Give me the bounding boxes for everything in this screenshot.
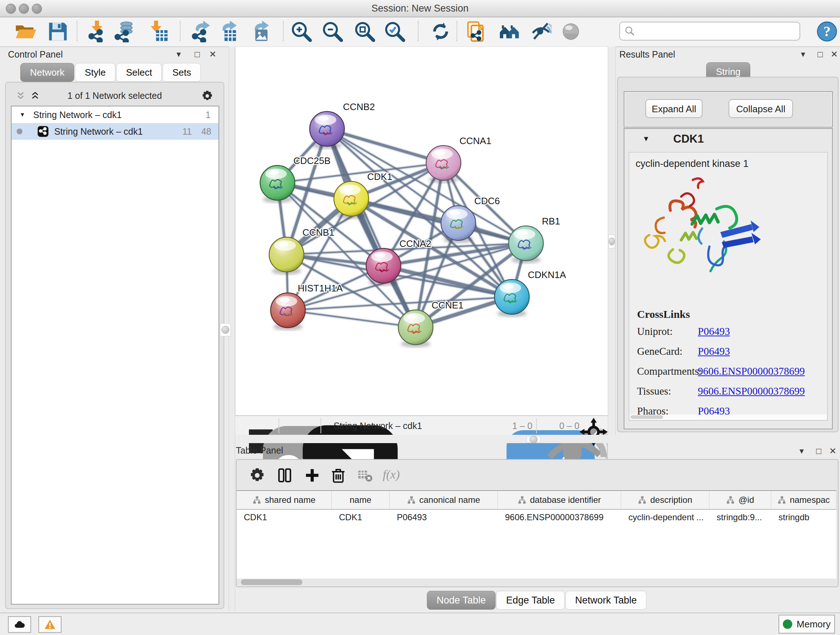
panel-menu-icon[interactable]: ▼ bbox=[798, 443, 805, 459]
column-header-name[interactable]: name bbox=[332, 491, 390, 509]
show-graphics-details-icon[interactable] bbox=[560, 21, 582, 42]
network-canvas[interactable]: CCNB2CCNA1CDC25BCDK1CDC6RB1CCNB1CCNA2CDK… bbox=[235, 46, 608, 416]
panel-close-icon[interactable]: ✕ bbox=[209, 46, 216, 62]
tab-select[interactable]: Select bbox=[116, 63, 162, 82]
right-splitter-handle[interactable] bbox=[608, 234, 615, 249]
delete-column-icon[interactable] bbox=[330, 467, 347, 484]
tab-node-table[interactable]: Node Table bbox=[427, 591, 496, 610]
zoom-out-icon[interactable] bbox=[322, 21, 343, 42]
network-status-dot bbox=[17, 128, 22, 134]
zoom-fit-icon[interactable] bbox=[354, 21, 376, 42]
table-options-gear-icon[interactable] bbox=[249, 467, 265, 484]
network-graph[interactable]: CCNB2CCNA1CDC25BCDK1CDC6RB1CCNB1CCNA2CDK… bbox=[235, 47, 608, 416]
search-icon bbox=[624, 26, 635, 36]
network-label: String Network – cdk1 bbox=[54, 126, 143, 137]
network-edge-CCNE1-HIST1H1A[interactable] bbox=[288, 310, 416, 327]
table-cell[interactable]: 9606.ENSP00000378699 bbox=[498, 510, 621, 525]
column-header-@id[interactable]: @id bbox=[709, 491, 771, 509]
crosslink-link[interactable]: 9606.ENSP00000378699 bbox=[698, 385, 805, 397]
network-collection-row[interactable]: ▼ String Network – cdk1 1 bbox=[11, 106, 218, 123]
table-cell[interactable]: cyclin-dependent ... bbox=[621, 510, 709, 525]
zoom-in-icon[interactable] bbox=[291, 21, 312, 42]
column-header-database-identifier[interactable]: database identifier bbox=[498, 491, 621, 509]
column-header-canonical-name[interactable]: canonical name bbox=[390, 491, 498, 509]
panel-menu-icon[interactable]: ▼ bbox=[799, 46, 807, 62]
zoom-selected-icon[interactable] bbox=[384, 21, 406, 42]
left-splitter-handle[interactable] bbox=[220, 323, 231, 336]
crosslink-row: Uniprot:P06493 bbox=[637, 325, 805, 337]
tab-edge-table[interactable]: Edge Table bbox=[496, 591, 565, 610]
expand-all-button[interactable]: Expand All bbox=[645, 99, 703, 118]
separator bbox=[321, 418, 321, 433]
edge-count: 48 bbox=[201, 126, 211, 137]
table-cell[interactable]: stringdb:9... bbox=[709, 510, 771, 525]
shared-column-icon bbox=[518, 496, 526, 504]
tree-expander-icon[interactable]: ▼ bbox=[19, 111, 25, 118]
table-cell[interactable]: CDK1 bbox=[237, 510, 332, 525]
function-builder-icon: f(x) bbox=[383, 468, 400, 481]
crosslink-link[interactable]: P06493 bbox=[698, 345, 730, 357]
panel-close-icon[interactable]: ✕ bbox=[829, 443, 836, 459]
network-row-selected[interactable]: String Network – cdk1 11 48 bbox=[11, 123, 218, 140]
crosslink-link[interactable]: P06493 bbox=[698, 325, 730, 337]
tab-network[interactable]: Network bbox=[20, 63, 74, 82]
import-network-icon[interactable] bbox=[86, 21, 108, 42]
shared-column-icon bbox=[253, 496, 261, 504]
protein-description: cyclin-dependent kinase 1 bbox=[636, 158, 748, 169]
bottom-splitter-handle[interactable] bbox=[527, 436, 540, 443]
show-columns-icon[interactable] bbox=[276, 467, 293, 484]
import-network-from-database-icon[interactable] bbox=[113, 21, 134, 42]
warnings-button[interactable] bbox=[38, 616, 62, 633]
table-cell[interactable]: CDK1 bbox=[332, 510, 390, 525]
table-horizontal-scrollbar[interactable] bbox=[240, 579, 835, 585]
tab-sets[interactable]: Sets bbox=[163, 63, 201, 82]
table-cell[interactable]: P06493 bbox=[390, 510, 498, 525]
results-scrollbar[interactable] bbox=[630, 415, 827, 420]
open-session-icon[interactable] bbox=[14, 21, 36, 42]
hide-graphics-details-icon[interactable] bbox=[530, 21, 552, 42]
node-label-CDC25B: CDC25B bbox=[294, 155, 331, 166]
network-node-CDKN1A[interactable]: CDKN1A bbox=[494, 269, 566, 317]
separator bbox=[279, 418, 279, 433]
panel-menu-icon[interactable]: ▼ bbox=[175, 46, 182, 62]
export-network-icon[interactable] bbox=[189, 21, 211, 42]
node-label-CCNA1: CCNA1 bbox=[459, 135, 491, 146]
export-image-icon[interactable] bbox=[248, 21, 270, 42]
help-icon[interactable]: ? bbox=[816, 21, 838, 42]
network-selection-bar: 1 of 1 Network selected bbox=[6, 88, 224, 103]
panel-float-icon[interactable]: □ bbox=[195, 46, 200, 62]
toolbar-separator bbox=[283, 21, 284, 41]
panel-float-icon[interactable]: □ bbox=[818, 46, 823, 62]
collapse-all-button[interactable]: Collapse All bbox=[729, 99, 793, 118]
home-icon[interactable] bbox=[499, 21, 520, 42]
search-input[interactable] bbox=[639, 25, 795, 37]
network-node-CCNB1[interactable]: CCNB1 bbox=[269, 227, 334, 275]
search-box bbox=[619, 22, 800, 41]
apply-layout-icon[interactable] bbox=[430, 21, 452, 42]
import-table-icon[interactable] bbox=[147, 21, 169, 42]
network-tree: ▼ String Network – cdk1 1 String Network… bbox=[11, 106, 219, 605]
collapse-protein-icon[interactable]: ▼ bbox=[643, 135, 650, 143]
network-options-gear-icon[interactable] bbox=[201, 90, 213, 102]
add-column-icon[interactable] bbox=[304, 467, 321, 484]
column-header-shared-name[interactable]: shared name bbox=[237, 491, 332, 509]
memory-button[interactable]: Memory bbox=[778, 615, 835, 633]
table-panel-body: f(x) shared namenamecanonical namedataba… bbox=[236, 459, 838, 587]
table-cell[interactable]: stringdb bbox=[771, 510, 836, 525]
protein-header-row[interactable]: ▼ CDK1 bbox=[624, 129, 832, 151]
tab-network-table[interactable]: Network Table bbox=[565, 591, 647, 610]
panel-float-icon[interactable]: □ bbox=[816, 443, 821, 459]
export-table-icon[interactable] bbox=[216, 21, 238, 42]
crosslink-link[interactable]: 9606.ENSP00000378699 bbox=[698, 365, 805, 377]
string-document-icon[interactable] bbox=[466, 21, 488, 42]
network-node-RB1[interactable]: RB1 bbox=[508, 216, 561, 264]
toolbar-separator bbox=[456, 21, 457, 41]
cloud-button[interactable] bbox=[8, 616, 31, 633]
column-header-namespac[interactable]: namespac bbox=[771, 491, 836, 509]
panel-close-icon[interactable]: ✕ bbox=[831, 46, 838, 62]
column-label: shared name bbox=[265, 495, 316, 505]
save-session-icon[interactable] bbox=[47, 21, 69, 42]
table-row[interactable]: CDK1CDK1P064939606.ENSP00000378699cyclin… bbox=[237, 510, 836, 525]
column-header-description[interactable]: description bbox=[621, 491, 709, 509]
tab-style[interactable]: Style bbox=[75, 63, 115, 82]
